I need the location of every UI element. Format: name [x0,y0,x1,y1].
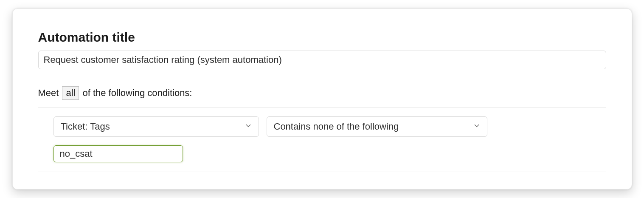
automation-card: Automation title Meet all of the followi… [12,8,632,190]
condition-tag-input[interactable] [53,145,183,162]
automation-title-label: Automation title [38,30,606,45]
condition-operator-value: Contains none of the following [274,121,399,132]
condition-value-row [38,139,606,172]
conditions-sentence-prefix: Meet [38,88,59,99]
condition-operator-select-wrap: Contains none of the following [267,116,487,137]
match-type-selector[interactable]: all [62,86,79,100]
conditions-sentence: Meet all of the following conditions: [38,86,606,100]
conditions-bottom-divider [38,172,606,172]
condition-field-select[interactable]: Ticket: Tags [53,116,259,137]
condition-field-select-wrap: Ticket: Tags [53,116,259,137]
condition-field-value: Ticket: Tags [61,121,110,132]
conditions-sentence-suffix: of the following conditions: [82,88,192,99]
automation-title-input[interactable] [38,51,606,69]
condition-row: Ticket: Tags Contains none of the follow… [38,108,606,139]
condition-operator-select[interactable]: Contains none of the following [267,116,487,137]
